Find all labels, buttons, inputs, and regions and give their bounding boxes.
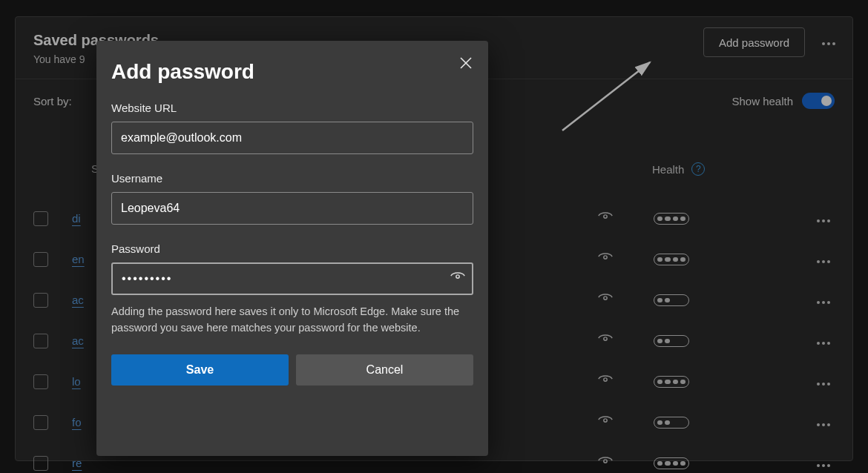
dialog-buttons: Save Cancel (111, 354, 473, 386)
username-field: Username (111, 172, 473, 225)
add-password-dialog: Add password Website URL Username Passwo… (96, 41, 488, 456)
save-button[interactable]: Save (111, 354, 289, 386)
reveal-password-button[interactable] (450, 269, 466, 288)
dialog-hint: Adding the password here saves it only t… (111, 304, 473, 337)
username-input[interactable] (111, 192, 473, 225)
close-button[interactable] (456, 53, 476, 73)
password-field: Password (111, 242, 473, 295)
website-label: Website URL (111, 102, 473, 114)
cancel-button[interactable]: Cancel (296, 354, 473, 386)
eye-icon (450, 269, 466, 285)
website-field: Website URL (111, 102, 473, 154)
close-icon (460, 57, 472, 69)
password-label: Password (111, 242, 473, 255)
dialog-title: Add password (111, 60, 473, 84)
website-input[interactable] (111, 122, 473, 154)
password-input[interactable] (111, 262, 473, 295)
svg-point-10 (456, 275, 459, 278)
username-label: Username (111, 172, 473, 185)
